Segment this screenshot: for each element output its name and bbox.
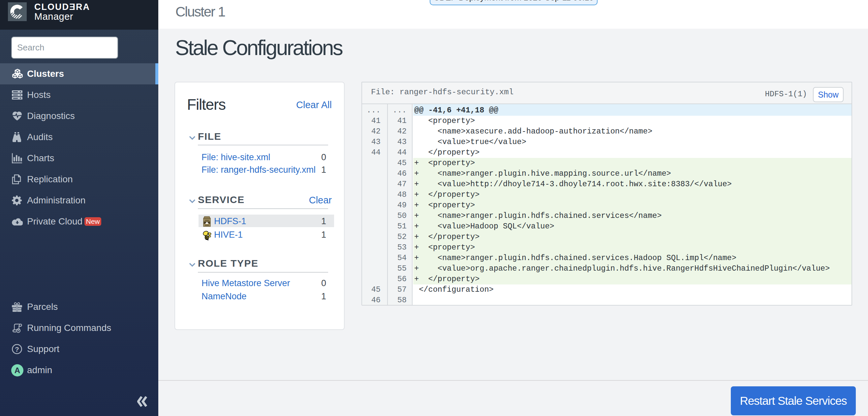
svg-text:?: ? [15,346,19,353]
